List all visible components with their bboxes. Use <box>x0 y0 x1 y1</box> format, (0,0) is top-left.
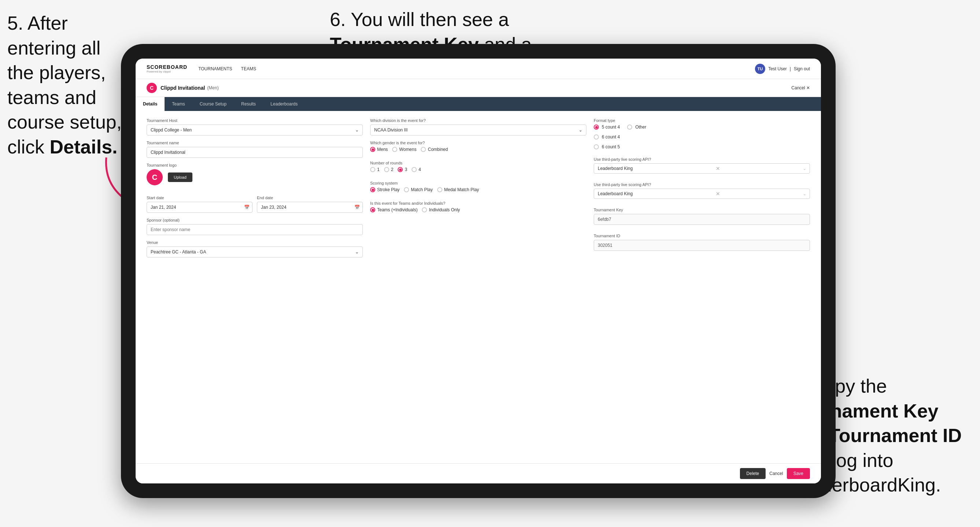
top-nav: SCOREBOARD Powered by clippd TOURNAMENTS… <box>135 59 821 79</box>
upload-button[interactable]: Upload <box>168 173 192 182</box>
radio-teams-dot <box>370 207 375 213</box>
format-5count4-label: 5 count 4 <box>602 124 620 130</box>
radio-6count4-dot <box>594 134 599 140</box>
gender-combined[interactable]: Combined <box>421 147 448 152</box>
calendar-icon-end: 📅 <box>355 205 360 210</box>
tournament-name-input[interactable] <box>146 147 363 158</box>
teams-radio-group: Teams (+Individuals) Individuals Only <box>370 207 586 213</box>
format-other[interactable]: Other <box>627 124 646 130</box>
tablet-frame: SCOREBOARD Powered by clippd TOURNAMENTS… <box>121 44 835 498</box>
third-party-1-group: Use third-party live scoring API? Leader… <box>594 157 810 177</box>
tab-course-setup[interactable]: Course Setup <box>192 97 234 111</box>
round-2-label: 2 <box>391 167 394 172</box>
individuals-only[interactable]: Individuals Only <box>422 207 460 213</box>
nav-link-tournaments[interactable]: TOURNAMENTS <box>198 65 232 73</box>
end-date-label: End date <box>257 195 363 200</box>
tournament-host-value: Clippd College - Men <box>151 127 192 133</box>
signout-separator: | <box>790 66 791 71</box>
round-2[interactable]: 2 <box>384 167 394 172</box>
third-party-2-value: Leaderboard King <box>598 191 633 196</box>
radio-combined-dot <box>421 147 426 152</box>
end-date-input[interactable] <box>257 202 363 213</box>
save-button[interactable]: Save <box>787 468 810 479</box>
tab-teams[interactable]: Teams <box>165 97 192 111</box>
start-date-wrapper: 📅 <box>146 202 253 213</box>
start-date-input[interactable] <box>146 202 253 213</box>
round-4[interactable]: 4 <box>412 167 421 172</box>
scoring-match[interactable]: Match Play <box>404 187 433 192</box>
middle-column: Which division is the event for? NCAA Di… <box>370 118 586 263</box>
gender-label: Which gender is the event for? <box>370 141 586 145</box>
chevron-tp1-icon: ⌄ <box>803 167 806 171</box>
tournament-sub: (Men) <box>207 85 218 90</box>
format-6count5-label: 6 count 5 <box>602 144 620 149</box>
division-select[interactable]: NCAA Division III ⌄ <box>370 124 586 135</box>
tabs-bar: Details Teams Course Setup Results Leade… <box>135 97 821 111</box>
venue-select[interactable]: Peachtree GC - Atlanta - GA ⌄ <box>146 246 363 257</box>
tournament-name-group: Tournament name <box>146 141 363 158</box>
annotation-top-left: 5. After entering all the players, teams… <box>7 11 125 160</box>
gender-mens[interactable]: Mens <box>370 147 388 152</box>
tournament-host-label: Tournament Host <box>146 118 363 123</box>
radio-individuals-dot <box>422 207 427 213</box>
tab-results[interactable]: Results <box>234 97 263 111</box>
radio-round4-dot <box>412 167 417 172</box>
tournament-host-select[interactable]: Clippd College - Men ⌄ <box>146 124 363 135</box>
sign-out-link[interactable]: Sign out <box>794 66 810 71</box>
cancel-button[interactable]: Cancel <box>769 471 783 476</box>
sponsor-input[interactable] <box>146 224 363 235</box>
third-party-2-select[interactable]: Leaderboard King ✕ ⌄ <box>594 189 810 199</box>
division-label: Which division is the event for? <box>370 118 586 123</box>
main-content: Tournament Host Clippd College - Men ⌄ T… <box>135 111 821 463</box>
round-1[interactable]: 1 <box>370 167 380 172</box>
gender-combined-label: Combined <box>428 147 448 152</box>
scoring-medal-label: Medal Match Play <box>444 187 479 192</box>
radio-round3-dot <box>398 167 403 172</box>
scoring-label: Scoring system <box>370 181 586 185</box>
venue-value: Peachtree GC - Atlanta - GA <box>151 249 206 254</box>
nav-link-teams[interactable]: TEAMS <box>241 65 256 73</box>
tab-leaderboards[interactable]: Leaderboards <box>263 97 305 111</box>
tournament-key-label: Tournament Key <box>594 208 810 212</box>
tournament-name: Clippd Invitational <box>161 85 205 91</box>
scoring-stroke[interactable]: Stroke Play <box>370 187 399 192</box>
third-party-1-label: Use third-party live scoring API? <box>594 157 810 162</box>
tournament-key-value: 6efdb7 <box>594 214 810 225</box>
rounds-group: Number of rounds 1 2 3 <box>370 161 586 176</box>
radio-round1-dot <box>370 167 375 172</box>
footer-bar: Delete Cancel Save <box>135 463 821 483</box>
gender-group: Which gender is the event for? Mens Wome… <box>370 141 586 156</box>
format-6count4[interactable]: 6 count 4 <box>594 134 620 140</box>
radio-match-dot <box>404 187 409 192</box>
scoring-radio-group: Stroke Play Match Play Medal Match Play <box>370 187 586 192</box>
tournament-id-group: Tournament ID 302051 <box>594 234 810 254</box>
third-party-2-label: Use third-party live scoring API? <box>594 183 810 187</box>
date-row: Start date 📅 End date 📅 <box>146 195 363 213</box>
gender-womens[interactable]: Womens <box>392 147 416 152</box>
tablet-screen: SCOREBOARD Powered by clippd TOURNAMENTS… <box>135 59 821 483</box>
sponsor-label: Sponsor (optional) <box>146 218 363 222</box>
round-1-label: 1 <box>377 167 380 172</box>
logo-circle: C <box>146 169 163 185</box>
format-6count5[interactable]: 6 count 5 <box>594 144 620 149</box>
cancel-link[interactable]: Cancel ✕ <box>791 85 810 90</box>
round-3[interactable]: 3 <box>398 167 407 172</box>
third-party-1-select[interactable]: Leaderboard King ✕ ⌄ <box>594 163 810 174</box>
logo-area: C Upload <box>146 169 363 185</box>
scoring-medal[interactable]: Medal Match Play <box>437 187 479 192</box>
radio-womens-dot <box>392 147 397 152</box>
tournament-id-value: 302051 <box>594 240 810 251</box>
format-label: Format type <box>594 118 810 123</box>
tab-details[interactable]: Details <box>135 97 165 111</box>
tournament-logo-group: Tournament logo C Upload <box>146 163 363 190</box>
radio-stroke-dot <box>370 187 375 192</box>
teams-with-individuals[interactable]: Teams (+Individuals) <box>370 207 417 213</box>
format-5count4[interactable]: 5 count 4 <box>594 124 620 130</box>
radio-5count4-dot <box>594 124 599 130</box>
x-icon-1[interactable]: ✕ <box>716 165 720 171</box>
delete-button[interactable]: Delete <box>740 468 766 479</box>
user-avatar: TU <box>755 64 765 74</box>
x-icon-2[interactable]: ✕ <box>716 191 720 197</box>
radio-6count5-dot <box>594 144 599 149</box>
brand-sub: Powered by clippd <box>146 70 187 73</box>
